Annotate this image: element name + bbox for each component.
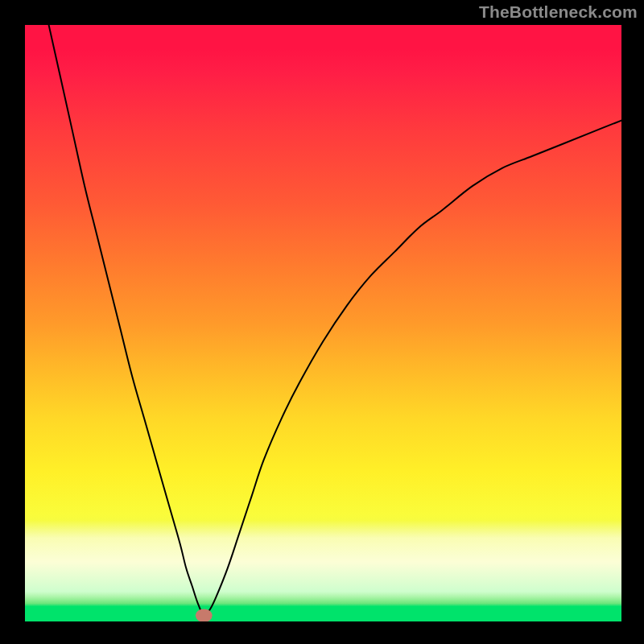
watermark-label: TheBottleneck.com xyxy=(479,2,638,22)
bottleneck-curve xyxy=(49,25,621,616)
chart-frame: TheBottleneck.com xyxy=(0,0,644,644)
curve-layer xyxy=(25,25,621,621)
plot-area xyxy=(25,25,621,621)
